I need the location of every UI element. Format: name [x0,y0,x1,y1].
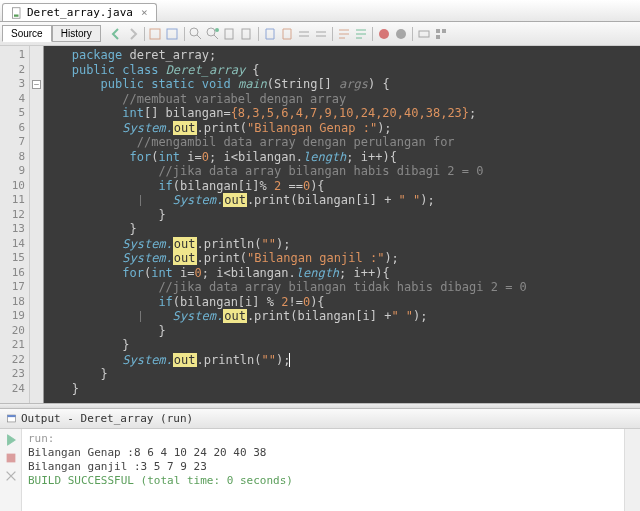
file-tab[interactable]: Deret_array.java × [2,3,157,21]
output-icon [6,413,17,424]
fold-gutter: − [30,46,44,403]
line-number: 1 [0,48,25,63]
output-line: Bilangan ganjil :3 5 7 9 23 [28,460,618,474]
svg-rect-13 [442,29,446,33]
code-editor[interactable]: 123456789101112131415161718192021222324 … [0,46,640,403]
output-line: Bilangan Genap :8 6 4 10 24 20 40 38 [28,446,618,460]
toolbar-icon[interactable] [336,26,352,42]
scrollbar[interactable] [624,429,640,511]
toolbar-icon[interactable] [165,26,181,42]
toolbar-icon[interactable] [313,26,329,42]
svg-point-9 [379,29,389,39]
java-file-icon [11,7,23,19]
svg-rect-17 [6,454,15,463]
svg-rect-2 [150,29,160,39]
clear-icon[interactable] [4,469,18,483]
file-tab-label: Deret_array.java [27,6,133,19]
svg-point-4 [190,28,198,36]
fold-toggle-icon[interactable]: − [32,80,41,89]
toolbar-icon[interactable] [222,26,238,42]
svg-rect-12 [436,29,440,33]
nav-back-icon[interactable] [108,26,124,42]
svg-rect-7 [225,29,233,39]
svg-rect-11 [419,31,429,37]
output-line: run: [28,432,618,446]
svg-rect-3 [167,29,177,39]
file-tab-bar: Deret_array.java × [0,0,640,22]
search-icon[interactable] [188,26,204,42]
output-text[interactable]: run: Bilangan Genap :8 6 4 10 24 20 40 3… [22,429,624,511]
svg-rect-14 [436,35,440,39]
toolbar-icon[interactable] [148,26,164,42]
line-number-gutter: 123456789101112131415161718192021222324 [0,46,30,403]
output-title-bar[interactable]: Output - Deret_array (run) [0,409,640,429]
output-sidebar [0,429,22,511]
toolbar-icon[interactable] [279,26,295,42]
stop-run-icon[interactable] [4,451,18,465]
svg-point-5 [207,28,215,36]
code-area[interactable]: package deret_array; public class Deret_… [44,46,640,403]
svg-rect-16 [7,415,15,417]
toolbar-icon[interactable] [262,26,278,42]
svg-point-10 [396,29,406,39]
toolbar-icon[interactable] [353,26,369,42]
output-panel: Output - Deret_array (run) run: Bilangan… [0,409,640,511]
svg-rect-8 [242,29,250,39]
toolbar-icon[interactable] [239,26,255,42]
output-title: Output - Deret_array (run) [21,412,193,425]
svg-rect-1 [14,14,19,16]
toolbar-icon[interactable] [433,26,449,42]
toolbar-icon[interactable] [416,26,432,42]
nav-fwd-icon[interactable] [125,26,141,42]
toolbar-icon[interactable] [205,26,221,42]
toolbar-icon[interactable] [296,26,312,42]
rerun-icon[interactable] [4,433,18,447]
close-icon[interactable]: × [141,6,148,19]
tab-source[interactable]: Source [2,25,52,42]
output-build-status: BUILD SUCCESSFUL (total time: 0 seconds) [28,474,618,488]
stop-icon[interactable] [376,26,392,42]
editor-toolbar: Source History [0,22,640,46]
tab-history[interactable]: History [52,25,101,42]
svg-point-6 [215,28,219,32]
record-icon[interactable] [393,26,409,42]
